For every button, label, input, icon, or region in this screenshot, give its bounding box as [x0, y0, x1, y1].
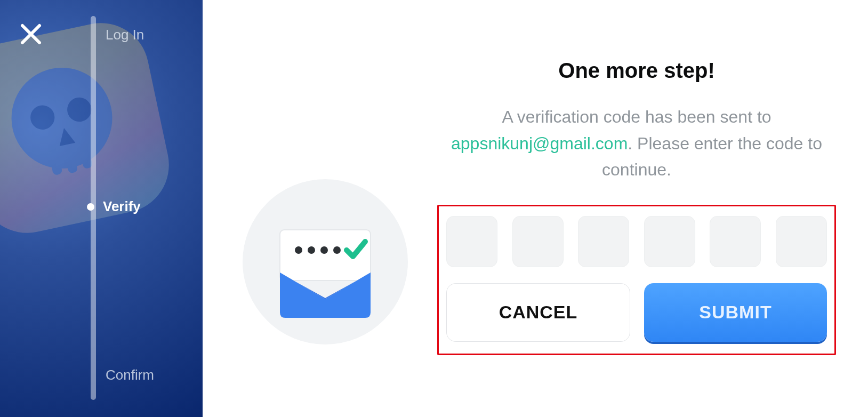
svg-point-12	[320, 246, 328, 254]
envelope-code-icon	[256, 193, 395, 331]
code-digit-1[interactable]	[446, 216, 497, 267]
skull-icon	[0, 49, 143, 208]
verify-content: One more step! A verification code has b…	[437, 59, 836, 417]
code-digit-3[interactable]	[578, 216, 629, 267]
submit-button[interactable]: SUBMIT	[644, 283, 827, 342]
app-root: Log In Verify Confirm	[0, 0, 868, 417]
instruction-after: . Please enter the code to continue.	[602, 134, 822, 180]
instruction-text: A verification code has been sent to app…	[437, 104, 836, 183]
step-confirm: Confirm	[90, 367, 154, 383]
svg-point-0	[2, 58, 122, 178]
page-title: One more step!	[437, 59, 836, 83]
instruction-before: A verification code has been sent to	[502, 107, 771, 126]
step-label: Confirm	[106, 367, 154, 383]
code-digit-5[interactable]	[710, 216, 761, 267]
main-panel: One more step! A verification code has b…	[203, 0, 868, 417]
verification-code-row	[446, 216, 827, 267]
illustration-circle	[243, 179, 408, 344]
progress-sidebar: Log In Verify Confirm	[0, 0, 203, 417]
step-label: Log In	[106, 27, 144, 43]
step-label: Verify	[103, 198, 141, 215]
close-icon	[19, 22, 43, 46]
annotation-highlight: CANCEL SUBMIT	[437, 205, 836, 355]
code-digit-6[interactable]	[776, 216, 827, 267]
svg-point-11	[308, 246, 315, 254]
code-digit-4[interactable]	[644, 216, 695, 267]
svg-point-10	[295, 246, 302, 254]
action-button-row: CANCEL SUBMIT	[446, 283, 827, 342]
svg-point-13	[333, 246, 341, 254]
step-dot-active	[87, 203, 94, 211]
step-login: Log In	[90, 27, 144, 43]
code-digit-2[interactable]	[512, 216, 564, 267]
step-verify: Verify	[87, 198, 141, 215]
illustration-container	[235, 59, 416, 417]
close-button[interactable]	[19, 22, 43, 46]
email-address: appsnikunj@gmail.com	[451, 134, 628, 153]
cancel-button[interactable]: CANCEL	[446, 283, 630, 342]
